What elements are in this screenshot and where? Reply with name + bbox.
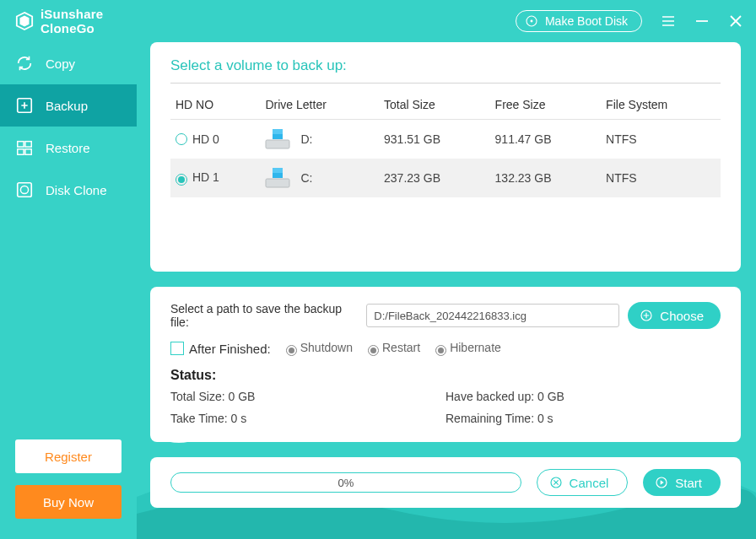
svg-rect-15 [18,149,24,154]
drive-icon [265,167,290,189]
volumes-table: HD NO Drive Letter Total Size Free Size … [170,90,721,197]
after-finished-row: After Finished: Shutdown Restart Hiberna… [170,341,721,356]
col-total: Total Size [379,90,490,120]
sidebar-item-backup[interactable]: Backup [0,84,137,127]
col-free: Free Size [490,90,602,120]
options-panel: Select a path to save the backup file: C… [150,287,741,442]
register-button[interactable]: Register [15,439,122,473]
app-name: iSunshare CloneGo [40,7,103,36]
svg-rect-21 [273,129,283,134]
sidebar: Copy Backup Restore Disk Clone Register … [0,42,137,539]
svg-point-18 [20,186,28,193]
after-opt-shutdown[interactable]: Shutdown [286,341,353,356]
col-hdno: HD NO [170,90,260,120]
backup-icon [15,96,34,115]
svg-rect-19 [266,140,289,148]
disc-icon [525,14,538,28]
play-circle-icon [655,476,668,489]
drive-icon [265,128,290,150]
progress-percent: 0% [171,473,521,492]
col-fs: File System [601,90,721,120]
close-button[interactable] [728,13,743,29]
svg-marker-9 [20,16,30,27]
radio-icon [176,174,187,186]
sidebar-item-label: Restore [46,141,90,155]
status-grid: Total Size: 0 GB Have backed up: 0 GB Ta… [170,390,721,425]
after-label: After Finished: [189,342,271,356]
main-content: Select a volume to back up: HD NO Drive … [150,42,741,524]
sidebar-item-disk-clone[interactable]: Disk Clone [0,169,137,211]
svg-rect-14 [25,142,31,147]
after-checkbox[interactable] [170,342,184,355]
start-button[interactable]: Start [643,469,721,496]
restore-icon [15,138,34,157]
progress-panel: 0% Cancel Start [150,457,741,508]
minimize-button[interactable] [694,13,710,29]
menu-button[interactable] [661,13,676,29]
volume-row[interactable]: HD 0 D: 931.51 GB 911.47 GB NTFS [170,120,721,159]
after-opt-restart[interactable]: Restart [368,341,420,356]
volumes-panel: Select a volume to back up: HD NO Drive … [150,42,741,272]
plus-circle-icon [640,309,653,322]
sidebar-item-copy[interactable]: Copy [0,42,137,84]
status-title: Status: [170,368,721,383]
path-label: Select a path to save the backup file: [170,302,358,329]
cancel-button[interactable]: Cancel [537,469,629,496]
status-time: Take Time: 0 s [170,412,446,425]
sidebar-item-label: Backup [46,99,88,113]
status-remaining: Remaining Time: 0 s [446,412,721,425]
make-boot-disk-label: Make Boot Disk [545,14,628,28]
volumes-title: Select a volume to back up: [170,57,721,84]
disk-clone-icon [15,181,34,199]
backup-path-input[interactable] [366,304,619,327]
make-boot-disk-button[interactable]: Make Boot Disk [516,10,642,32]
sidebar-item-label: Disk Clone [46,183,107,197]
svg-rect-16 [25,149,31,154]
choose-button[interactable]: Choose [628,302,721,329]
svg-rect-22 [266,179,289,187]
sidebar-item-restore[interactable]: Restore [0,127,137,169]
status-backed: Have backed up: 0 GB [446,390,721,403]
svg-rect-13 [18,142,24,147]
after-opt-hibernate[interactable]: Hibernate [435,341,501,356]
sidebar-item-label: Copy [46,57,75,71]
svg-point-11 [530,20,532,23]
radio-icon [176,133,187,145]
svg-marker-28 [661,480,664,484]
app-logo-icon [15,11,34,31]
col-drive: Drive Letter [260,90,379,120]
cancel-circle-icon [549,476,563,489]
progress-bar: 0% [170,472,521,493]
status-total: Total Size: 0 GB [170,390,446,403]
buy-now-button[interactable]: Buy Now [15,485,122,519]
volume-row[interactable]: HD 1 C: 237.23 GB 132.23 GB NTFS [170,159,721,197]
svg-rect-17 [18,183,32,197]
refresh-icon [15,54,34,73]
svg-rect-24 [273,168,283,173]
titlebar: iSunshare CloneGo Make Boot Disk [0,0,756,42]
